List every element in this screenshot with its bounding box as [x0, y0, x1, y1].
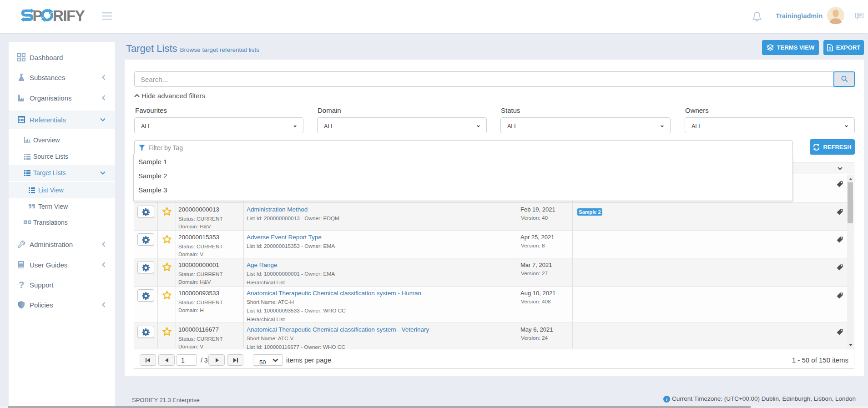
svg-text:RIFY: RIFY: [53, 7, 85, 24]
svg-text:x: x: [829, 46, 831, 50]
svg-text:A: A: [24, 221, 26, 224]
